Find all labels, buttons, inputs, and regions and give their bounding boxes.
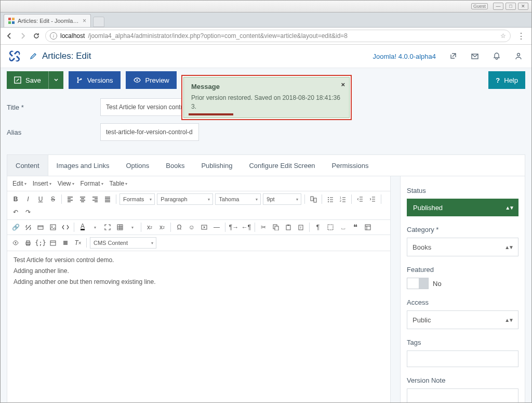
version-note-input[interactable] <box>407 388 518 403</box>
outdent-icon[interactable] <box>355 194 365 204</box>
source-code-icon[interactable] <box>60 222 71 232</box>
editor-menu-edit[interactable]: Edit▾ <box>10 178 29 189</box>
tab-configure-edit[interactable]: Configure Edit Screen <box>241 155 323 176</box>
category-select[interactable]: Books ▲▼ <box>407 238 518 256</box>
mail-icon[interactable] <box>470 51 480 61</box>
window-maximize-button[interactable]: □ <box>506 3 516 10</box>
rtl-icon[interactable]: ←¶ <box>241 222 251 232</box>
nbsp-icon[interactable]: ⎵ <box>338 222 348 232</box>
image-icon[interactable] <box>48 222 58 232</box>
text-color-caret-icon[interactable]: ▾ <box>90 222 100 232</box>
preview-icon[interactable] <box>10 238 21 248</box>
alias-input[interactable] <box>100 123 199 141</box>
strikethrough-icon[interactable]: S <box>48 194 58 204</box>
link-icon[interactable]: 🔗 <box>10 222 21 232</box>
editor-body[interactable]: Test Article for version control demo. A… <box>7 251 390 403</box>
paste-icon[interactable] <box>283 222 294 232</box>
paste-text-icon[interactable]: T <box>296 222 306 232</box>
media-icon[interactable] <box>199 222 209 232</box>
blockquote-icon[interactable]: ❝ <box>350 222 361 232</box>
font-select[interactable]: Tahoma▾ <box>215 193 261 205</box>
nav-reload-icon[interactable] <box>32 31 41 41</box>
tab-permissions[interactable]: Permissions <box>324 155 377 176</box>
svg-rect-33 <box>26 241 30 242</box>
nav-forward-icon[interactable] <box>18 31 28 41</box>
show-blocks-icon[interactable] <box>325 222 336 232</box>
editor-menu-insert[interactable]: Insert▾ <box>31 178 54 189</box>
align-left-icon[interactable] <box>65 194 75 204</box>
save-button[interactable]: Save <box>7 71 48 89</box>
number-list-icon[interactable]: 12 <box>338 194 348 204</box>
table-icon[interactable] <box>115 222 125 232</box>
joomla-version-link[interactable]: Joomla! 4.0.0-alpha4 <box>373 53 436 60</box>
cut-icon[interactable]: ✂ <box>258 222 269 232</box>
open-external-icon[interactable] <box>448 51 458 61</box>
nav-back-icon[interactable] <box>5 31 14 41</box>
bookmark-star-icon[interactable]: ☆ <box>500 32 506 40</box>
user-icon[interactable] <box>514 51 523 61</box>
underline-icon[interactable]: U <box>35 194 46 204</box>
bell-icon[interactable] <box>492 51 501 61</box>
site-info-icon[interactable]: i <box>50 32 57 40</box>
code-sample-icon[interactable]: {;} <box>35 238 46 248</box>
align-center-icon[interactable] <box>77 194 88 204</box>
bullet-list-icon[interactable] <box>325 194 336 204</box>
editor-menu-format[interactable]: Format▾ <box>78 178 105 189</box>
window-close-button[interactable]: ✕ <box>518 3 528 10</box>
new-tab-button[interactable] <box>93 17 104 27</box>
hr-icon[interactable]: ― <box>211 222 222 232</box>
message-close-icon[interactable]: × <box>341 81 345 88</box>
table-caret-icon[interactable]: ▾ <box>127 222 138 232</box>
font-size-select[interactable]: 9pt▾ <box>263 193 301 205</box>
browser-tab[interactable]: Articles: Edit - Joomla 4 Te... × <box>4 14 91 27</box>
bold-icon[interactable]: B <box>10 194 21 204</box>
text-color-icon[interactable]: A <box>77 222 88 232</box>
formats-select[interactable]: Formats▾ <box>119 193 155 205</box>
show-invisible-icon[interactable]: ¶ <box>313 222 323 232</box>
special-char-icon[interactable]: Ω <box>174 222 184 232</box>
align-right-icon[interactable] <box>90 194 100 204</box>
fullscreen-icon[interactable] <box>102 222 113 232</box>
superscript-icon[interactable]: x2 <box>157 222 167 232</box>
unlink-icon[interactable] <box>23 222 33 232</box>
tab-books[interactable]: Books <box>157 155 193 176</box>
tab-publishing[interactable]: Publishing <box>193 155 241 176</box>
switch-icon[interactable] <box>407 278 429 289</box>
undo-icon[interactable]: ↶ <box>10 207 21 217</box>
tags-input[interactable] <box>407 350 518 367</box>
background-color-icon[interactable] <box>60 238 71 248</box>
italic-icon[interactable]: I <box>23 194 33 204</box>
help-button[interactable]: ? Help <box>488 71 525 89</box>
browser-tab-close-icon[interactable]: × <box>83 17 86 24</box>
cms-content-select[interactable]: CMS Content▾ <box>90 237 156 249</box>
template-icon[interactable] <box>363 222 373 232</box>
versions-button[interactable]: Versions <box>69 71 121 89</box>
status-select[interactable]: Published ▲▼ <box>407 199 518 216</box>
browser-menu-icon[interactable]: ⋮ <box>515 31 527 41</box>
copy-icon[interactable] <box>271 222 281 232</box>
save-dropdown-button[interactable] <box>48 71 63 89</box>
editor-menu-view[interactable]: View▾ <box>56 178 76 189</box>
tab-images-links[interactable]: Images and Links <box>48 155 118 176</box>
tab-options[interactable]: Options <box>117 155 157 176</box>
tab-content[interactable]: Content <box>7 155 48 176</box>
window-minimize-button[interactable]: ― <box>493 3 503 10</box>
find-replace-icon[interactable] <box>308 194 318 204</box>
clear-formatting-icon[interactable]: T× <box>73 238 83 248</box>
block-select[interactable]: Paragraph▾ <box>157 193 213 205</box>
emoji-icon[interactable]: ☺ <box>187 222 197 232</box>
indent-icon[interactable] <box>367 194 378 204</box>
preview-button[interactable]: Preview <box>126 71 177 89</box>
featured-toggle[interactable]: No <box>407 278 518 289</box>
ltr-icon[interactable]: ¶→ <box>229 222 239 232</box>
insert-date-icon[interactable] <box>48 238 58 248</box>
align-justify-icon[interactable] <box>102 194 113 204</box>
redo-icon[interactable]: ↷ <box>23 207 33 217</box>
access-select[interactable]: Public ▲▼ <box>407 310 518 329</box>
print-icon[interactable] <box>23 238 33 248</box>
anchor-icon[interactable] <box>35 222 46 232</box>
svg-rect-35 <box>50 241 56 245</box>
subscript-icon[interactable]: x2 <box>144 222 155 232</box>
url-input[interactable]: i localhost /joomla4_alpha4/administrato… <box>45 30 511 42</box>
editor-menu-table[interactable]: Table▾ <box>108 178 130 189</box>
